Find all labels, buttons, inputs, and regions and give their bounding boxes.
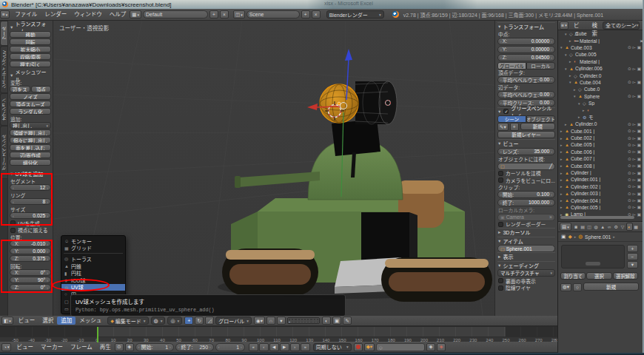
properties-tab-object-data[interactable]: ▽ — [620, 223, 626, 231]
outliner-row[interactable]: ▾▲Cylinder.006⊙▻▣ — [558, 65, 643, 72]
menu-window[interactable]: ウィンドウ — [70, 10, 106, 18]
menu-render[interactable]: レンダー — [41, 10, 70, 18]
restrict-select-icon[interactable]: ▻ — [633, 67, 636, 71]
editor-type-properties-button[interactable]: ▤▾ — [560, 223, 571, 231]
restrict-view-eye-icon[interactable]: ⊙ — [628, 163, 631, 168]
eyedropper-icon[interactable]: ╱ — [549, 163, 552, 169]
restrict-select-icon[interactable]: ▻ — [633, 143, 636, 147]
timeline-menu-再生[interactable]: 再生 — [96, 343, 115, 351]
proportional-edit-dropdown[interactable]: ◉▾ — [254, 317, 265, 325]
current-frame-field[interactable]: ‹1› — [215, 343, 245, 351]
toolshelf-button[interactable]: ノイズ — [10, 93, 51, 100]
outliner-row[interactable]: ▸⚙モ — [558, 114, 643, 121]
restrict-view-eye-icon[interactable]: ⊙ — [628, 67, 631, 71]
outliner-row[interactable]: ▸▲Cylinder.005 |⊙▻▣ — [558, 204, 643, 211]
toolshelf-slider-field[interactable]: ‹0.025› — [10, 212, 51, 219]
jump-to-end-button[interactable]: » — [301, 343, 310, 351]
npanel-number-field[interactable]: ‹平均ベベルウェ:0.00› — [497, 76, 555, 84]
properties-tab-scene[interactable]: ◫ — [586, 223, 593, 231]
restrict-view-eye-icon[interactable]: ⊙ — [628, 122, 631, 126]
outliner-row[interactable]: ▸▲Cylinder.0⊙▻▣ — [558, 121, 643, 127]
restrict-view-eye-icon[interactable]: ⊙ — [628, 149, 631, 154]
npanel-panel-title[interactable]: ▼ビュー — [497, 139, 555, 148]
add-menu-item[interactable]: ▦グリッド — [61, 245, 125, 252]
restrict-view-eye-icon[interactable]: ⊙ — [628, 184, 631, 189]
restrict-render-camera-icon[interactable]: ▣ — [637, 184, 641, 189]
npanel-number-field[interactable]: ‹平均ベベルウェ:0.00› — [497, 91, 555, 98]
restrict-render-camera-icon[interactable]: ▣ — [637, 149, 641, 154]
outliner-horizontal-scrollbar[interactable] — [560, 216, 634, 219]
restrict-select-icon[interactable]: ▻ — [633, 205, 636, 209]
restrict-render-camera-icon[interactable]: ▣ — [637, 67, 641, 71]
npanel-button[interactable]: 新規レイヤー — [497, 131, 555, 138]
restrict-select-icon[interactable]: ▻ — [633, 192, 636, 196]
restrict-select-icon[interactable]: ▻ — [633, 129, 636, 133]
outliner-row[interactable]: ▸▲Cylinder.003 |⊙▻▣ — [558, 190, 643, 197]
snap-element-dropdown[interactable]: ▾ — [277, 317, 286, 325]
npanel-number-field[interactable]: ‹開始:0.100› — [497, 191, 555, 198]
add-menu-item[interactable]: ◍UV球 — [61, 284, 125, 291]
restrict-view-eye-icon[interactable]: ⊙ — [628, 136, 631, 141]
insert-keyframe-icon[interactable]: ◈ — [426, 343, 435, 351]
add-menu-item[interactable]: ◎トーラス — [61, 255, 125, 263]
npanel-panel-title[interactable]: ►表示 — [497, 252, 555, 261]
npanel-button[interactable]: 新規 — [520, 123, 555, 130]
view3d-menu-選択[interactable]: 選択 — [38, 317, 57, 325]
lock-camera-icon[interactable]: ◐ — [322, 317, 331, 325]
toolshelf-number-field[interactable]: ‹Y:90°› — [10, 277, 51, 283]
npanel-checkbox[interactable] — [498, 278, 503, 283]
outliner-row[interactable]: ▸▲Cylinder.002 |⊙▻▣ — [558, 183, 643, 190]
npanel-toggle[interactable]: ローカル — [526, 62, 555, 70]
auto-keyframe-record-button[interactable] — [354, 343, 363, 351]
viewport-3d[interactable]: ユーザー・透視投影 ☺モンキー▦グリッド◎トーラス▲円錐▮円柱◈ICO球◍UV球… — [53, 21, 557, 316]
toolshelf-tab-4[interactable]: グリースペンシル — [0, 126, 8, 179]
current-frame-playhead[interactable] — [97, 327, 98, 342]
toolshelf-tab-3[interactable]: オプション — [0, 93, 8, 126]
toolshelf-button[interactable]: 辺をス — [10, 86, 30, 92]
toolshelf-button[interactable]: 領域で押し出し — [10, 129, 51, 136]
npanel-panel-title[interactable]: ▼✓グリースペンシルレイ — [497, 107, 555, 116]
npanel-number-field[interactable]: ‹Z:0.04500› — [497, 54, 555, 61]
outliner-row[interactable]: ▸▲Cube.007 |⊙▻▣ — [558, 155, 643, 162]
outliner-row[interactable]: ▸▲Cube.001 |⊙▻▣ — [558, 127, 643, 134]
restrict-render-camera-icon[interactable]: ▣ — [637, 205, 641, 209]
add-menu-item[interactable]: ▲円錐 — [61, 263, 125, 270]
toolshelf-button[interactable]: 細分化 — [10, 159, 51, 166]
toolshelf-checkbox[interactable] — [10, 228, 16, 233]
toolshelf-panel-title[interactable]: ▼UV球を追加 — [10, 169, 51, 178]
active-keying-set-field[interactable]: ◇ — [376, 343, 425, 351]
restrict-select-icon[interactable]: ▻ — [633, 80, 636, 84]
npanel-name-field[interactable]: ▢╱ — [497, 163, 555, 170]
close-layout-button[interactable]: × — [220, 10, 229, 18]
npanel-checkbox[interactable] — [498, 285, 503, 291]
toolshelf-panel-title[interactable]: ▼トランスフォーム — [10, 23, 51, 31]
restrict-view-eye-icon[interactable]: ⊙ — [628, 205, 631, 209]
outliner-row[interactable]: ▾▲Sphere⊙▻▣ — [558, 93, 643, 100]
keying-set-icon[interactable]: ◆▾ — [364, 343, 375, 351]
layer-dot[interactable] — [316, 321, 319, 324]
restrict-view-eye-icon[interactable]: ⊙ — [628, 198, 631, 203]
pin-icon[interactable]: ▣ — [561, 234, 566, 240]
outliner-display-filter-dropdown[interactable]: 全てのシーン▾ — [603, 21, 640, 30]
add-layout-button[interactable]: + — [209, 10, 218, 18]
material-slot-list[interactable] — [561, 245, 625, 268]
outliner-row[interactable]: ▸▲Cylinder.004 |⊙▻▣ — [558, 197, 643, 203]
restrict-render-camera-icon[interactable]: ▣ — [637, 143, 641, 147]
outliner-row[interactable]: ▸◇Cylinder.0 — [558, 72, 643, 78]
restrict-view-eye-icon[interactable]: ⊙ — [628, 94, 631, 98]
editor-type-timeline-button[interactable]: ◔▾ — [1, 343, 11, 351]
toolshelf-button[interactable]: 押し出し▾ — [10, 122, 51, 129]
outliner-row[interactable]: ▸▲Cube.008 |⊙▻▣ — [558, 162, 643, 169]
scene-field[interactable]: Scene — [246, 10, 300, 18]
transform-orientation-dropdown[interactable]: グローバル▾ — [215, 317, 252, 325]
add-material-slot-button[interactable]: + — [627, 245, 638, 252]
layers-widget[interactable] — [287, 317, 320, 324]
outliner-row[interactable]: ▸▲Cube.005 |⊙▻▣ — [558, 141, 643, 148]
properties-tab-render[interactable]: ◙ — [573, 223, 580, 231]
toolshelf-tab-1[interactable]: ツール — [0, 21, 8, 46]
outliner-row[interactable]: ▾▲Cube.003⊙▻▣ — [558, 44, 643, 51]
play-button[interactable]: ▶ — [280, 343, 289, 351]
npanel-toggle[interactable]: オブジェクト — [526, 115, 555, 123]
add-menu-item[interactable]: ☺モンキー — [61, 237, 125, 245]
restrict-view-eye-icon[interactable]: ⊙ — [628, 45, 631, 50]
